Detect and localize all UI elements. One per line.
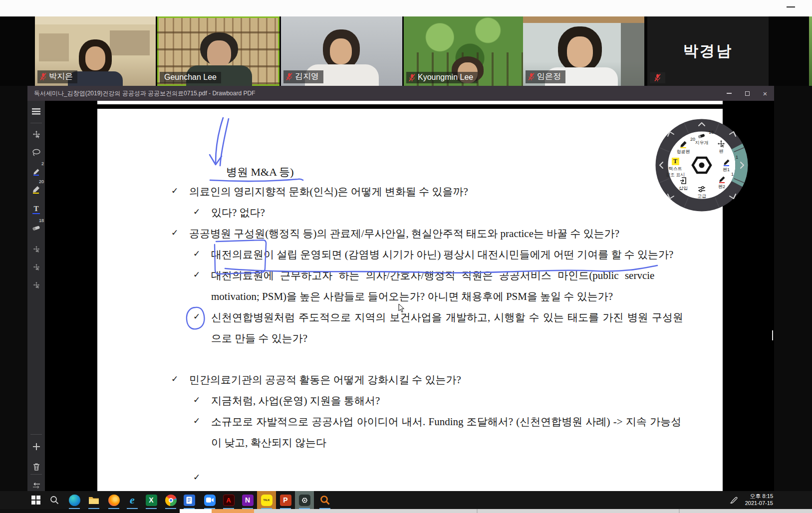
video-strip: 박지은 Geunchan Lee 김지영	[0, 16, 812, 86]
pen-tool-icon[interactable]: 2	[27, 165, 45, 178]
taskbar-acrobat[interactable]: A	[219, 491, 238, 509]
doc-line: ✓ 지금처럼, 사업(운영) 지원을 통해서?	[97, 394, 723, 409]
check-bullet: ✓	[193, 311, 200, 321]
edge-divider	[679, 509, 680, 513]
doc-line: ✓ 있다? 없다?	[97, 206, 723, 221]
muted-mic-icon	[409, 73, 415, 82]
video-tile[interactable]: 임은정	[523, 16, 644, 86]
office-document-icon	[184, 495, 195, 506]
windows-start-button[interactable]	[26, 491, 45, 509]
check-bullet: ✓	[171, 228, 178, 238]
muted-mic-icon	[654, 73, 661, 82]
participant-label: Geunchan Lee	[160, 72, 221, 83]
clock-time: 오후 8:15	[745, 493, 773, 500]
taskbar-powerpoint[interactable]: P	[276, 491, 295, 509]
person-face	[330, 38, 352, 64]
window-restore-button[interactable]	[738, 86, 756, 101]
highlighter-badge: 20	[39, 179, 44, 184]
radial-item-insert[interactable]: 삽입	[670, 177, 696, 191]
participant-label: Kyoungmin Lee	[406, 72, 478, 83]
pan-tool-icon[interactable]	[27, 128, 45, 141]
pen-badge: 2	[41, 161, 44, 166]
add-icon[interactable]	[27, 440, 45, 453]
acrobat-icon: A	[223, 495, 235, 506]
video-tile[interactable]: Kyoungmin Lee	[404, 16, 524, 86]
doc-line: ✓ 신천연합병원처럼 주도적으로 지역의 보건사업을 개발하고, 시행할 수 있…	[97, 310, 723, 325]
pan-cursor-icon[interactable]	[27, 243, 45, 256]
taskbar-search-button[interactable]	[45, 491, 64, 509]
taskbar-zoom[interactable]	[200, 491, 219, 509]
zoom-icon	[204, 495, 216, 506]
participant-name: Geunchan Lee	[164, 73, 217, 82]
video-tile[interactable]: 박경남	[647, 16, 769, 86]
text-tool-icon[interactable]: T	[27, 203, 45, 216]
screen: 박지은 Geunchan Lee 김지영	[0, 0, 812, 513]
highlighter-tool-icon[interactable]: 20	[27, 183, 45, 196]
window-edge-orange	[212, 509, 254, 513]
minimize-dash-icon[interactable]	[787, 6, 795, 7]
eraser-icon	[697, 133, 706, 139]
sliders-icon	[698, 186, 706, 193]
pen-icon	[718, 175, 726, 183]
trash-icon[interactable]	[27, 460, 45, 473]
shelf-decor	[621, 23, 644, 86]
radial-item-pan[interactable]: 팬	[708, 140, 734, 154]
eraser-tool-icon[interactable]: 18	[27, 222, 45, 235]
taskbar-excel[interactable]: X	[142, 491, 161, 509]
window-title: 독서세미나_김창엽(2019)건강의 공공성과 공공보건의료0715.pdf -…	[27, 89, 255, 98]
windows-logo-icon	[31, 496, 40, 505]
meeting-top-bar	[0, 0, 812, 16]
pdf-page[interactable]: 병원 M&A 등) ✓ 의료인의 영리지향적 문화(인식)은 어떻게 변화될 수…	[97, 109, 723, 491]
person-face	[207, 40, 231, 67]
doc-line: ✓	[97, 471, 723, 486]
drawboard-pdf-icon	[299, 495, 310, 506]
taskbar-chrome[interactable]	[161, 491, 180, 509]
window-minimize-button[interactable]	[720, 86, 738, 101]
insert-icon	[679, 177, 687, 185]
previous-page-edge	[97, 101, 723, 104]
radial-tool-menu[interactable]: 20 형광펜 18 지우개 팬 1 펜1 1 펜2 고급 삽입	[654, 118, 749, 213]
doc-line: 이 낮고, 확산되지 않는다	[97, 436, 723, 451]
muted-mic-icon	[286, 72, 292, 81]
video-tile[interactable]: 김지영	[281, 16, 402, 86]
radial-item-pen1[interactable]: 1 펜1	[713, 158, 739, 172]
pan-icon	[717, 140, 725, 148]
participant-name: 김지영	[295, 71, 319, 82]
pan-cursor-icon[interactable]	[27, 260, 45, 273]
video-tile[interactable]: 박지은	[35, 16, 156, 86]
taskbar-onenote[interactable]: N	[238, 491, 257, 509]
taskbar-internet-explorer[interactable]: e	[123, 491, 142, 509]
doc-line: 으로 만들 수 있는가?	[97, 331, 723, 346]
video-tile[interactable]: Geunchan Lee	[157, 16, 279, 86]
participant-name: 박경남	[647, 16, 769, 86]
taskbar-magnifier-tool[interactable]	[315, 491, 334, 509]
pan-cursor-icon[interactable]	[27, 278, 45, 291]
doc-line: ✓ 소규모로 자발적으로 공공사업 아이디어 내서. Funding 조달해서?…	[97, 415, 723, 430]
taskbar-drawboard[interactable]	[295, 491, 314, 509]
radial-item-text-highlight[interactable]: T 텍스트 강조 표시	[662, 158, 688, 177]
taskbar-firefox[interactable]	[104, 491, 123, 509]
taskbar-edge[interactable]	[65, 491, 84, 509]
taskbar-office-document[interactable]	[180, 491, 199, 509]
swap-arrows-icon[interactable]	[27, 479, 45, 492]
window-close-button[interactable]: ×	[756, 86, 774, 101]
shelf-decor	[39, 33, 69, 61]
pdf-window-titlebar[interactable]: 독서세미나_김창엽(2019)건강의 공공성과 공공보건의료0715.pdf -…	[27, 86, 774, 101]
lasso-tool-icon[interactable]	[27, 146, 45, 159]
edge-divider	[477, 509, 478, 513]
divider	[30, 474, 42, 475]
check-bullet: ✓	[193, 416, 200, 426]
taskbar-clock[interactable]: 오후 8:15 2021-07-15	[745, 493, 773, 507]
taskbar-kakaotalk[interactable]: TALK	[257, 491, 276, 509]
doc-line: ✓ 의료인의 영리지향적 문화(인식)은 어떻게 변화될 수 있을까?	[97, 185, 723, 200]
doc-line: motivation; PSM)을 높은 사람들로 들어오는가? 아니면 채용후…	[97, 289, 723, 304]
pen-icon	[723, 158, 730, 166]
stylus-indicator-icon[interactable]	[730, 496, 738, 506]
chrome-icon	[165, 495, 177, 506]
text-highlight-icon: T	[672, 158, 679, 165]
check-bullet: ✓	[193, 269, 200, 279]
folder-icon	[88, 496, 99, 505]
taskbar-file-explorer[interactable]	[84, 491, 103, 509]
tool-sidebar: 2 20 T 18	[27, 101, 45, 491]
menu-icon[interactable]	[27, 105, 45, 118]
